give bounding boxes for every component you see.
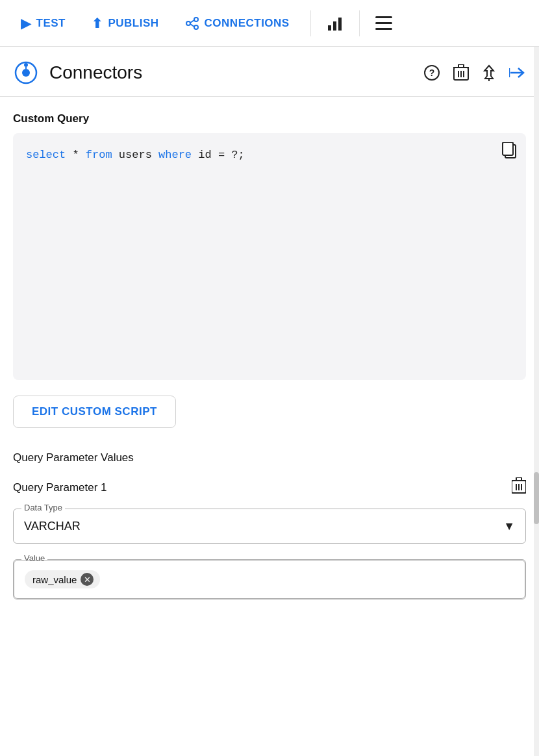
data-type-select[interactable]: VARCHAR INTEGER BOOLEAN DATE FLOAT (14, 509, 525, 543)
svg-rect-10 (375, 28, 392, 30)
svg-point-2 (194, 25, 198, 29)
value-field-wrapper: Value raw_value ✕ (13, 559, 526, 599)
test-button[interactable]: ▶ TEST (10, 10, 76, 36)
svg-rect-9 (375, 22, 392, 24)
svg-rect-7 (338, 18, 342, 31)
data-type-floating-label: Data Type (21, 503, 65, 512)
data-type-field: Data Type VARCHAR INTEGER BOOLEAN DATE F… (13, 509, 526, 544)
svg-point-0 (186, 21, 190, 25)
value-field[interactable]: raw_value ✕ (14, 560, 525, 599)
keyword-select: select (26, 149, 66, 161)
query-param-title: Query Parameter 1 (13, 481, 107, 494)
scrollbar-thumb[interactable] (534, 472, 539, 524)
page-title: Connectors (49, 62, 413, 83)
svg-point-1 (194, 18, 198, 21)
svg-rect-5 (328, 25, 331, 31)
code-text1: users (112, 149, 158, 161)
analytics-button[interactable] (321, 10, 349, 37)
top-navigation: ▶ TEST ⬆ PUBLISH CONNECTIONS (0, 0, 539, 47)
code-sym1: * (66, 149, 86, 161)
code-block: select * from users where id = ?; (13, 133, 526, 380)
chip-text: raw_value (32, 574, 77, 585)
svg-rect-27 (503, 142, 513, 155)
pin-button[interactable] (482, 64, 496, 81)
code-content: select * from users where id = ?; (26, 146, 513, 164)
publish-icon: ⬆ (92, 16, 103, 31)
connections-label: CONNECTIONS (205, 17, 290, 30)
nav-divider (310, 10, 311, 36)
expand-button[interactable] (509, 66, 526, 80)
edit-custom-script-button[interactable]: EDIT CUSTOM SCRIPT (13, 396, 176, 428)
delete-button[interactable] (453, 64, 469, 81)
svg-rect-30 (516, 477, 521, 481)
connections-button[interactable]: CONNECTIONS (175, 10, 300, 36)
menu-button[interactable] (370, 11, 397, 36)
query-param-row: Query Parameter 1 (13, 477, 526, 498)
help-button[interactable]: ? (423, 64, 440, 81)
test-label: TEST (36, 17, 66, 30)
query-param-values-label: Query Parameter Values (13, 451, 526, 464)
svg-point-12 (22, 69, 30, 77)
connections-icon (185, 16, 199, 31)
publish-label: PUBLISH (108, 17, 158, 30)
svg-rect-8 (375, 16, 392, 18)
connectors-icon (13, 60, 39, 86)
chip-close-button[interactable]: ✕ (81, 573, 94, 586)
header-actions: ? (423, 64, 526, 81)
play-icon: ▶ (21, 16, 31, 31)
copy-button[interactable] (501, 142, 517, 163)
svg-point-13 (24, 63, 28, 67)
main-content: Custom Query select * from users where i… (0, 97, 539, 631)
query-param-delete-button[interactable] (512, 477, 526, 498)
code-text2: id = ?; (192, 149, 245, 161)
svg-rect-19 (458, 64, 464, 68)
svg-line-4 (190, 24, 194, 27)
keyword-from: from (86, 149, 112, 161)
custom-query-label: Custom Query (13, 112, 526, 125)
svg-line-3 (190, 20, 194, 23)
publish-button[interactable]: ⬆ PUBLISH (81, 10, 169, 36)
scrollbar-track[interactable] (534, 47, 539, 756)
svg-text:?: ? (429, 68, 435, 78)
keyword-where: where (158, 149, 192, 161)
svg-rect-6 (333, 21, 336, 31)
page-header: Connectors ? (0, 47, 539, 97)
nav-divider-2 (359, 10, 360, 36)
value-chip: raw_value ✕ (25, 570, 100, 588)
